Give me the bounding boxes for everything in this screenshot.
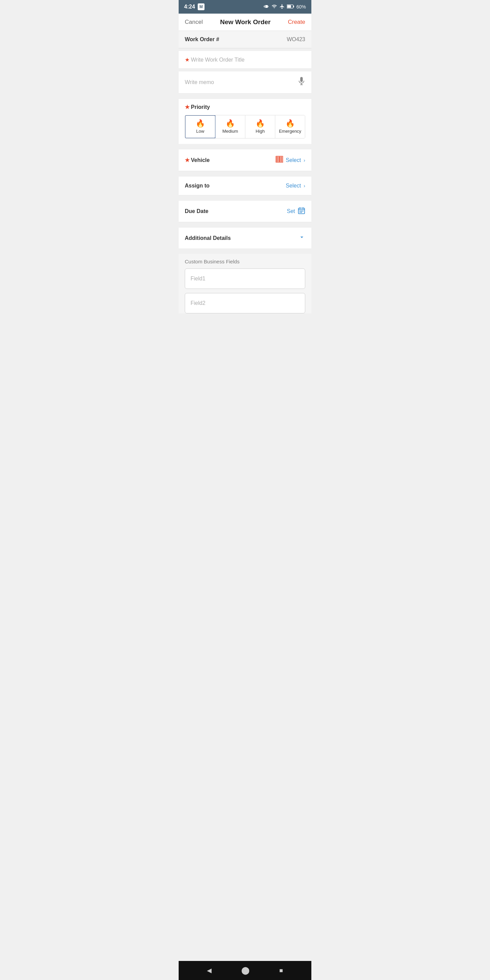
custom-business-fields-section: Custom Business Fields Field1 Field2 [179,254,311,313]
airplane-icon [279,4,285,10]
svg-rect-21 [301,211,302,212]
memo-row[interactable]: Write memo [179,72,311,94]
assign-to-row[interactable]: Assign to Select › [179,177,311,195]
vibrate-icon [264,4,269,10]
field1-placeholder: Field1 [191,275,205,282]
svg-rect-3 [300,77,302,82]
medium-fire-icon: 🔥 [226,120,235,127]
svg-rect-12 [281,156,282,162]
page-title: New Work Order [220,18,271,26]
back-button[interactable]: ◀ [207,967,212,974]
recent-apps-button[interactable]: ■ [279,967,283,974]
svg-rect-14 [282,156,283,162]
wifi-icon [271,4,277,10]
custom-field-1[interactable]: Field1 [185,269,305,289]
additional-details-label: Additional Details [185,235,231,241]
bottom-nav-bar: ◀ ⬤ ■ [179,961,311,980]
svg-rect-23 [300,212,301,213]
work-order-row: Work Order # WO423 [179,31,311,48]
nav-bar: Cancel New Work Order Create [179,14,311,31]
work-order-label: Work Order # [185,37,219,43]
status-bar: 4:24 M 60% [179,0,311,14]
assign-to-label: Assign to [185,183,210,189]
svg-rect-20 [300,211,301,212]
status-left: 4:24 M [184,3,205,10]
svg-rect-8 [277,156,278,162]
priority-low-button[interactable]: 🔥 Low [185,115,216,138]
cancel-button[interactable]: Cancel [185,19,203,25]
create-button[interactable]: Create [288,19,305,25]
due-date-row[interactable]: Due Date Set [179,201,311,222]
svg-rect-6 [276,156,277,162]
vehicle-select-label: Select [286,157,301,163]
title-input-wrapper[interactable]: ★ Write Work Order Title [185,56,305,63]
priority-buttons: 🔥 Low 🔥 Medium 🔥 High 🔥 Emergency [185,115,305,138]
title-required-star: ★ [185,56,189,63]
high-fire-icon: 🔥 [256,120,265,127]
home-button[interactable]: ⬤ [241,966,250,975]
custom-fields-title: Custom Business Fields [185,259,305,264]
assign-to-chevron-icon: › [304,183,305,189]
priority-low-label: Low [196,129,205,134]
priority-medium-button[interactable]: 🔥 Medium [215,115,245,138]
due-date-action[interactable]: Set [287,207,305,216]
battery-percent: 60% [296,4,306,10]
priority-section: ★ Priority 🔥 Low 🔥 Medium 🔥 High 🔥 Emer [179,99,311,144]
additional-details-chevron-icon[interactable] [298,234,305,242]
due-date-set-label: Set [287,208,295,215]
svg-rect-11 [280,156,281,162]
low-fire-icon: 🔥 [196,120,205,127]
due-date-label: Due Date [185,208,208,215]
title-placeholder: Write Work Order Title [191,57,245,63]
assign-to-select-label: Select [286,183,301,189]
priority-emergency-label: Emergency [279,129,301,134]
svg-rect-10 [279,156,280,162]
priority-required-star: ★ [185,104,189,110]
time-display: 4:24 [184,4,195,10]
priority-label: ★ Priority [185,104,305,110]
assign-to-action[interactable]: Select › [286,183,305,189]
title-row[interactable]: ★ Write Work Order Title [179,51,311,69]
memo-placeholder: Write memo [185,79,214,86]
svg-rect-7 [277,156,277,162]
emergency-fire-icon: 🔥 [285,120,295,127]
content-area: Work Order # WO423 ★ Write Work Order Ti… [179,31,311,961]
svg-rect-24 [301,212,302,213]
calendar-icon [298,207,305,216]
svg-rect-9 [278,156,279,162]
vehicle-select-action[interactable]: Select › [275,156,305,165]
custom-field-2[interactable]: Field2 [185,293,305,313]
additional-details-row[interactable]: Additional Details [179,228,311,248]
svg-rect-1 [293,5,294,7]
priority-high-button[interactable]: 🔥 High [245,115,275,138]
mic-icon[interactable] [298,77,305,88]
gmail-icon: M [198,3,205,10]
status-right: 60% [264,4,306,10]
work-order-value: WO423 [287,37,305,43]
battery-icon [287,4,294,10]
svg-rect-2 [287,5,291,8]
vehicle-label: ★ Vehicle [185,157,210,163]
vehicle-row[interactable]: ★ Vehicle Select › [179,150,311,171]
priority-high-label: High [256,129,265,134]
priority-medium-label: Medium [222,129,238,134]
field2-placeholder: Field2 [191,300,205,306]
priority-emergency-button[interactable]: 🔥 Emergency [275,115,305,138]
vehicle-required-star: ★ [185,157,189,163]
barcode-icon [275,156,283,165]
vehicle-chevron-icon: › [304,158,305,163]
svg-rect-22 [302,211,304,212]
